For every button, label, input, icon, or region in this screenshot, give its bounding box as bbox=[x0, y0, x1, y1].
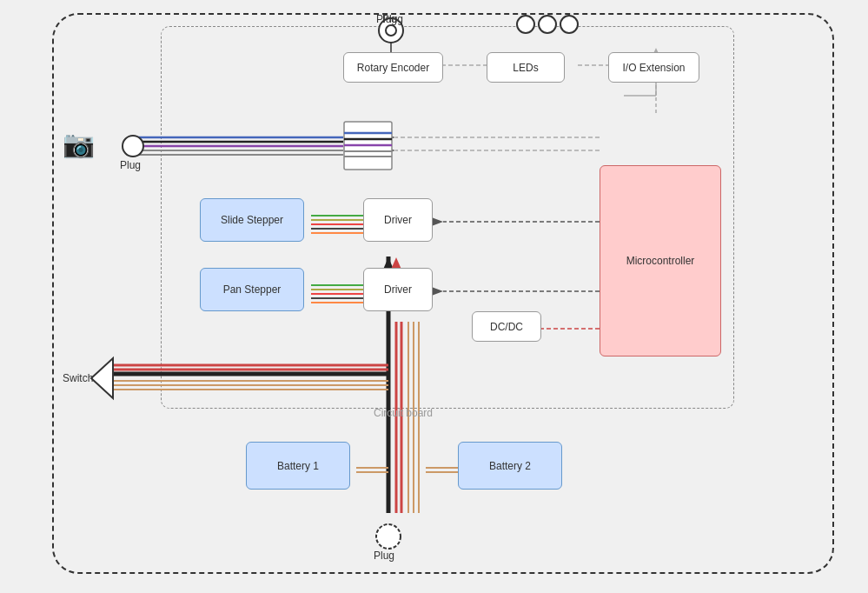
dc-dc-box: DC/DC bbox=[472, 311, 541, 342]
plug-label-bottom: Plug bbox=[374, 550, 394, 562]
driver1-box: Driver bbox=[363, 198, 433, 242]
switch-label: Switch bbox=[63, 372, 93, 384]
diagram-container: 📷 Plug Rotary Encoder LEDs I/O Extension… bbox=[0, 0, 868, 593]
battery2-box: Battery 2 bbox=[458, 442, 562, 490]
camera-icon: 📷 bbox=[63, 129, 95, 159]
driver2-box: Driver bbox=[363, 268, 433, 311]
pan-stepper-box: Pan Stepper bbox=[200, 268, 304, 311]
microcontroller-box: Microcontroller bbox=[600, 165, 721, 356]
battery1-box: Battery 1 bbox=[246, 442, 350, 490]
circuit-board-label: Circuit board bbox=[374, 407, 433, 419]
camera-plug-label: Plug bbox=[120, 159, 141, 171]
rotary-encoder-box: Rotary Encoder bbox=[343, 52, 443, 83]
leds-box: LEDs bbox=[487, 52, 565, 83]
io-extension-box: I/O Extension bbox=[608, 52, 699, 83]
plug-label-top: Plug bbox=[376, 13, 397, 25]
slide-stepper-box: Slide Stepper bbox=[200, 198, 304, 242]
